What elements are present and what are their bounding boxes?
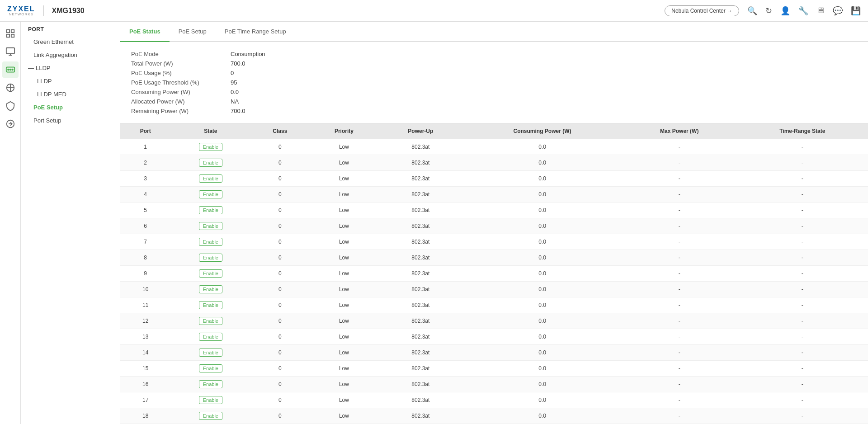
cell-state[interactable]: Enable <box>170 361 250 377</box>
cell-state[interactable]: Enable <box>170 345 250 361</box>
cell-max-power: - <box>622 377 737 392</box>
cell-state[interactable]: Enable <box>170 377 250 392</box>
cell-port: 5 <box>120 203 170 218</box>
model-name: XMG1930 <box>52 7 85 15</box>
logo-divider <box>43 5 44 16</box>
cell-timerange: - <box>737 392 868 408</box>
icon-bar-home[interactable] <box>2 25 19 42</box>
refresh-icon[interactable]: ↻ <box>765 6 772 16</box>
table-row[interactable]: 1 Enable 0 Low 802.3at 0.0 - - <box>120 139 868 155</box>
logo-sub: NETWORKS <box>9 13 33 16</box>
icon-bar-routing[interactable] <box>2 116 19 132</box>
wrench-icon[interactable]: 🔧 <box>798 6 808 16</box>
search-icon[interactable]: 🔍 <box>747 6 757 16</box>
table-row[interactable]: 5 Enable 0 Low 802.3at 0.0 - - <box>120 203 868 218</box>
lldp-collapse-icon: — <box>28 65 34 71</box>
icon-bar-port[interactable] <box>2 61 19 78</box>
sidebar-item-lldp[interactable]: LLDP <box>21 75 120 88</box>
sidebar-item-lldp-med[interactable]: LLDP MED <box>21 88 120 101</box>
table-row[interactable]: 4 Enable 0 Low 802.3at 0.0 - - <box>120 187 868 203</box>
table-row[interactable]: 18 Enable 0 Low 802.3at 0.0 - - <box>120 408 868 424</box>
cell-state[interactable]: Enable <box>170 250 250 266</box>
cell-port: 6 <box>120 218 170 234</box>
cell-class: 0 <box>250 266 309 282</box>
sidebar-item-link-aggregation[interactable]: Link Aggregation <box>21 48 120 61</box>
cell-state[interactable]: Enable <box>170 392 250 408</box>
sidebar-item-poe-setup[interactable]: PoE Setup <box>21 101 120 114</box>
table-row[interactable]: 12 Enable 0 Low 802.3at 0.0 - - <box>120 313 868 329</box>
cell-consuming: 0.0 <box>462 155 622 171</box>
cell-port: 14 <box>120 345 170 361</box>
icon-bar-monitor[interactable] <box>2 43 19 60</box>
tab-poe-status[interactable]: PoE Status <box>120 22 170 42</box>
cell-timerange: - <box>737 139 868 155</box>
sidebar-item-port-setup[interactable]: Port Setup <box>21 114 120 127</box>
cell-state[interactable]: Enable <box>170 408 250 424</box>
label-total-power: Total Power (W) <box>131 60 231 67</box>
cell-timerange: - <box>737 282 868 297</box>
cell-port: 4 <box>120 187 170 203</box>
cell-port: 17 <box>120 392 170 408</box>
table-row[interactable]: 10 Enable 0 Low 802.3at 0.0 - - <box>120 282 868 297</box>
cell-state[interactable]: Enable <box>170 203 250 218</box>
cell-port: 9 <box>120 266 170 282</box>
cell-powerup: 802.3at <box>379 297 463 313</box>
cell-priority: Low <box>309 345 378 361</box>
save-icon[interactable]: 💾 <box>851 6 861 16</box>
table-row[interactable]: 13 Enable 0 Low 802.3at 0.0 - - <box>120 329 868 345</box>
cell-state[interactable]: Enable <box>170 266 250 282</box>
cell-max-power: - <box>622 313 737 329</box>
cell-powerup: 802.3at <box>379 203 463 218</box>
label-poe-usage: PoE Usage (%) <box>131 70 231 76</box>
cell-powerup: 802.3at <box>379 361 463 377</box>
cell-max-power: - <box>622 139 737 155</box>
cell-timerange: - <box>737 203 868 218</box>
cell-priority: Low <box>309 329 378 345</box>
icon-bar-security[interactable] <box>2 98 19 114</box>
table-row[interactable]: 16 Enable 0 Low 802.3at 0.0 - - <box>120 377 868 392</box>
cell-consuming: 0.0 <box>462 408 622 424</box>
svg-point-10 <box>12 69 13 71</box>
cell-class: 0 <box>250 250 309 266</box>
cell-state[interactable]: Enable <box>170 187 250 203</box>
cell-timerange: - <box>737 361 868 377</box>
status-row-poe-usage: PoE Usage (%) 0 <box>131 68 857 78</box>
icon-bar <box>0 22 21 424</box>
cell-state[interactable]: Enable <box>170 155 250 171</box>
cell-class: 0 <box>250 282 309 297</box>
cell-state[interactable]: Enable <box>170 313 250 329</box>
icon-bar-switching[interactable] <box>2 80 19 96</box>
nebula-control-center-btn[interactable]: Nebula Control Center → <box>665 5 739 16</box>
table-row[interactable]: 3 Enable 0 Low 802.3at 0.0 - - <box>120 171 868 187</box>
cell-state[interactable]: Enable <box>170 171 250 187</box>
sidebar-item-green-ethernet[interactable]: Green Ethernet <box>21 35 120 48</box>
cell-state[interactable]: Enable <box>170 234 250 250</box>
table-row[interactable]: 6 Enable 0 Low 802.3at 0.0 - - <box>120 218 868 234</box>
cell-state[interactable]: Enable <box>170 329 250 345</box>
label-poe-mode: PoE Mode <box>131 51 231 57</box>
table-row[interactable]: 7 Enable 0 Low 802.3at 0.0 - - <box>120 234 868 250</box>
status-row-allocated-power: Allocated Power (W) NA <box>131 97 857 106</box>
table-row[interactable]: 9 Enable 0 Low 802.3at 0.0 - - <box>120 266 868 282</box>
cell-priority: Low <box>309 408 378 424</box>
table-row[interactable]: 15 Enable 0 Low 802.3at 0.0 - - <box>120 361 868 377</box>
cell-state[interactable]: Enable <box>170 297 250 313</box>
monitor-icon[interactable]: 🖥 <box>816 6 825 15</box>
cell-timerange: - <box>737 155 868 171</box>
table-row[interactable]: 17 Enable 0 Low 802.3at 0.0 - - <box>120 392 868 408</box>
tab-poe-time-range-setup[interactable]: PoE Time Range Setup <box>216 22 295 42</box>
table-row[interactable]: 2 Enable 0 Low 802.3at 0.0 - - <box>120 155 868 171</box>
sidebar-group-lldp[interactable]: — LLDP <box>21 61 120 75</box>
cell-max-power: - <box>622 361 737 377</box>
cell-max-power: - <box>622 155 737 171</box>
tab-poe-setup[interactable]: PoE Setup <box>170 22 216 42</box>
cell-state[interactable]: Enable <box>170 282 250 297</box>
table-row[interactable]: 8 Enable 0 Low 802.3at 0.0 - - <box>120 250 868 266</box>
cell-state[interactable]: Enable <box>170 218 250 234</box>
user-icon[interactable]: 👤 <box>780 6 790 16</box>
table-row[interactable]: 14 Enable 0 Low 802.3at 0.0 - - <box>120 345 868 361</box>
table-row[interactable]: 11 Enable 0 Low 802.3at 0.0 - - <box>120 297 868 313</box>
value-remaining-power: 700.0 <box>231 108 245 114</box>
chat-icon[interactable]: 💬 <box>833 6 843 16</box>
cell-state[interactable]: Enable <box>170 139 250 155</box>
